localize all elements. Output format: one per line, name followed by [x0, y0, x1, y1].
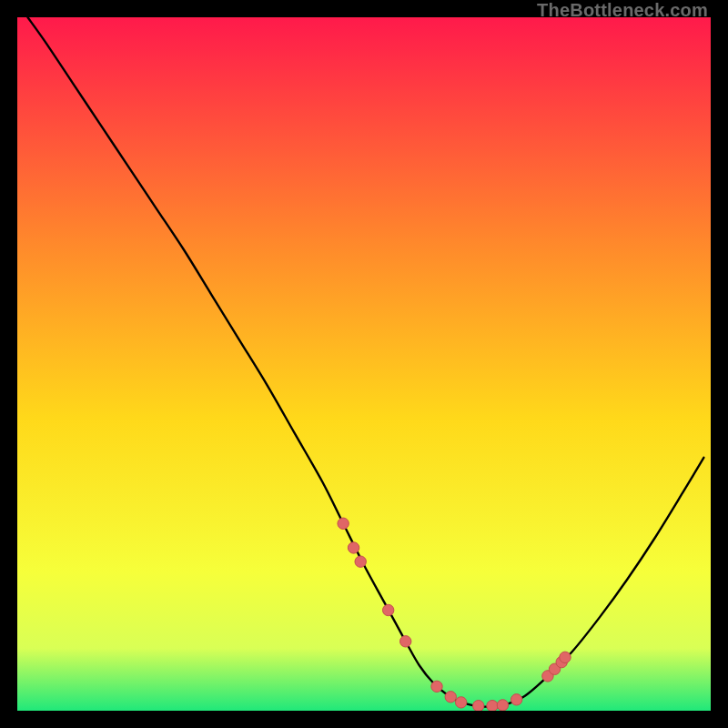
sample-point — [511, 694, 521, 705]
sample-point — [497, 700, 508, 711]
sample-point — [455, 697, 466, 708]
sample-point — [338, 518, 349, 529]
sample-point — [382, 604, 393, 615]
sample-point — [431, 681, 442, 692]
sample-point — [355, 556, 366, 567]
watermark-text: TheBottleneck.com — [537, 0, 708, 21]
sample-point — [560, 652, 571, 662]
sample-point — [400, 636, 411, 647]
sample-point — [473, 700, 484, 711]
sample-point — [487, 700, 498, 711]
sample-point — [348, 542, 359, 553]
sample-point — [445, 692, 456, 703]
